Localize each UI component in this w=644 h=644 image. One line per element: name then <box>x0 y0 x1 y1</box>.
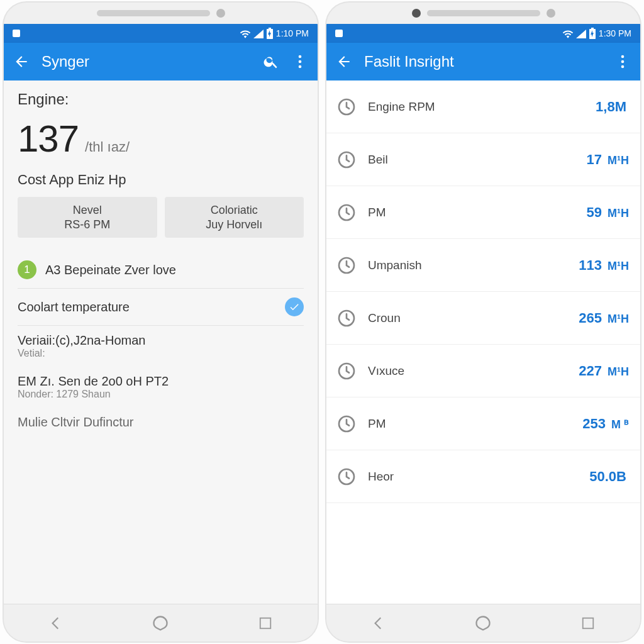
metric-label: Heor <box>368 470 579 484</box>
badge-row[interactable]: 1 A3 Bepeinate Zver love <box>18 252 304 289</box>
metric-value: 17 M¹H <box>587 152 629 168</box>
phone-right: 1:30 PM Faslit Insright Engine RPM1,8MBe… <box>326 3 640 641</box>
metric-row[interactable]: PM253 M ᴮ <box>326 397 640 450</box>
nav-home-icon[interactable] <box>151 614 170 633</box>
metric-row[interactable]: Croun265 M¹H <box>326 292 640 345</box>
overflow-menu-icon[interactable] <box>614 53 631 70</box>
metric-value: 113 M¹H <box>579 257 629 274</box>
clock-icon <box>335 96 358 118</box>
status-time: 1:10 PM <box>276 28 309 38</box>
wifi-icon <box>562 28 574 38</box>
sensor-dot <box>547 9 555 18</box>
metric-value: 59 M¹H <box>587 204 629 221</box>
option-button-2[interactable]: Coloriatic Juy Horvelı <box>165 197 304 238</box>
option-button-1[interactable]: Nevel RS-6 PM <box>18 197 157 238</box>
veriai-block[interactable]: Veriaii:(c),J2na-Homan Vetial: <box>18 326 304 367</box>
nav-back-icon[interactable] <box>369 614 388 633</box>
status-square-icon <box>13 30 20 37</box>
metric-row[interactable]: PM59 M¹H <box>326 186 640 239</box>
option2-line1: Coloriatic <box>167 203 302 218</box>
content-left: Engine: 137 /thl ıaz/ Cost App Eniz Hp N… <box>4 80 318 604</box>
em-sub: Nonder: 1279 Shaun <box>18 389 304 400</box>
app-title: Faslit Insright <box>364 53 602 70</box>
front-camera <box>216 9 225 18</box>
metric-row[interactable]: Engine RPM1,8M <box>326 80 640 133</box>
clock-icon <box>335 360 358 382</box>
clock-icon <box>335 148 358 171</box>
metric-value: 253 M ᴮ <box>582 416 629 432</box>
coolant-row[interactable]: Coolart temperature <box>18 289 304 326</box>
clock-icon <box>335 254 358 277</box>
check-icon <box>285 297 304 316</box>
svg-point-2 <box>299 65 302 69</box>
svg-point-5 <box>621 60 625 64</box>
back-icon[interactable] <box>13 53 30 70</box>
veriai-title: Veriaii:(c),J2na-Homan <box>18 333 304 348</box>
metric-label: Croun <box>368 311 569 325</box>
front-camera <box>412 9 421 18</box>
metric-row[interactable]: Vıxuce227 M¹H <box>326 345 640 397</box>
metric-label: Vıxuce <box>368 364 569 378</box>
device-top <box>4 3 318 24</box>
engine-label: Engine: <box>18 91 304 108</box>
wifi-icon <box>240 28 251 38</box>
nav-recents-icon[interactable] <box>256 614 275 633</box>
metric-label: PM <box>368 417 572 431</box>
coolant-label: Coolart temperature <box>18 300 130 314</box>
status-time: 1:30 PM <box>599 28 631 38</box>
nav-back-icon[interactable] <box>47 614 65 633</box>
status-bar: 1:30 PM <box>326 24 640 43</box>
nav-bar <box>4 604 318 641</box>
metric-value: 50.0B <box>589 469 629 485</box>
metric-list: Engine RPM1,8MBeil17 M¹HPM59 M¹HUmpanish… <box>326 80 640 503</box>
nav-home-icon[interactable] <box>474 614 492 633</box>
metric-label: PM <box>368 206 577 219</box>
metric-label: Umpanish <box>368 258 569 272</box>
clock-icon <box>335 465 358 488</box>
engine-unit: /thl ıaz/ <box>85 139 130 155</box>
em-block[interactable]: EM Zı. Sen de 2o0 oH PT2 Nonder: 1279 Sh… <box>18 367 304 408</box>
veriai-sub: Vetial: <box>18 348 304 359</box>
em-title: EM Zı. Sen de 2o0 oH PT2 <box>18 374 304 389</box>
metric-row[interactable]: Heor50.0B <box>326 450 640 503</box>
svg-rect-15 <box>583 618 594 628</box>
svg-point-0 <box>299 55 302 58</box>
badge-count: 1 <box>18 260 36 279</box>
app-bar: Synger <box>4 43 318 80</box>
badge-text: A3 Bepeinate Zver love <box>45 263 176 277</box>
cell-signal-icon <box>253 28 264 38</box>
speaker-grille <box>427 10 540 16</box>
app-bar: Faslit Insright <box>326 43 640 80</box>
search-icon[interactable] <box>262 53 280 70</box>
metric-row[interactable]: Beil17 M¹H <box>326 133 640 186</box>
battery-icon <box>589 28 596 39</box>
clock-icon <box>335 413 358 435</box>
clock-icon <box>335 307 358 330</box>
svg-point-1 <box>299 60 302 64</box>
metric-value: 265 M¹H <box>579 310 629 326</box>
metric-label: Engine RPM <box>368 100 586 114</box>
engine-value: 137 <box>18 117 79 160</box>
svg-rect-3 <box>260 618 271 628</box>
app-title: Synger <box>42 53 251 70</box>
metric-value: 1,8M <box>596 99 629 115</box>
back-icon[interactable] <box>335 53 353 70</box>
battery-icon <box>266 28 274 39</box>
overflow-menu-icon[interactable] <box>291 53 309 70</box>
cut-block[interactable]: Mulie Cltvir Dufinctur <box>18 408 304 430</box>
metric-row[interactable]: Umpanish113 M¹H <box>326 239 640 292</box>
svg-point-4 <box>621 55 625 58</box>
option2-line2: Juy Horvelı <box>167 218 302 232</box>
metric-label: Beil <box>368 153 577 167</box>
svg-point-6 <box>621 65 625 69</box>
status-bar: 1:10 PM <box>4 24 318 43</box>
option1-line1: Nevel <box>20 203 155 218</box>
content-right: Engine RPM1,8MBeil17 M¹HPM59 M¹HUmpanish… <box>326 80 640 604</box>
nav-recents-icon[interactable] <box>579 614 597 633</box>
cut-title: Mulie Cltvir Dufinctur <box>18 415 304 430</box>
subhead: Cost App Eniz Hp <box>18 172 304 188</box>
clock-icon <box>335 201 358 224</box>
cell-signal-icon <box>576 28 586 38</box>
metric-value: 227 M¹H <box>579 363 629 379</box>
option1-line2: RS-6 PM <box>20 218 155 232</box>
